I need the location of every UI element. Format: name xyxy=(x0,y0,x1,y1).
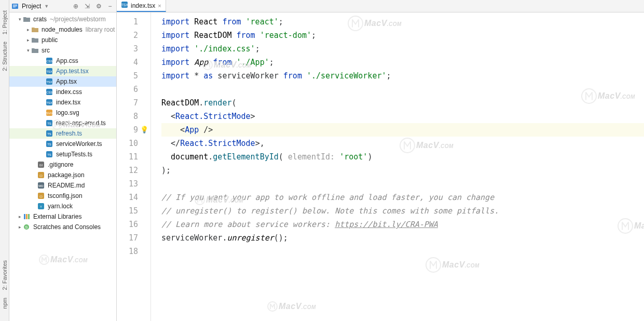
tree-row-index-css[interactable]: CSSindex.css xyxy=(9,87,116,97)
chevron-right-icon[interactable]: ▸ xyxy=(17,214,23,219)
code-line[interactable]: import './index.css'; xyxy=(161,42,644,56)
tree-row-setuptests-ts[interactable]: TSsetupTests.ts xyxy=(9,149,116,159)
folder-icon xyxy=(31,47,39,54)
tree-row-refresh-ts[interactable]: TSrefresh.ts xyxy=(9,128,116,139)
tab-label: index.tsx xyxy=(131,2,155,9)
code-line[interactable]: // unregister() to register() below. Not… xyxy=(161,204,644,218)
chevron-down-icon[interactable]: ▼ xyxy=(44,4,49,9)
tree-label: logo.svg xyxy=(56,109,79,116)
intention-bulb-icon[interactable]: 💡 xyxy=(140,123,148,137)
tree-label: setupTests.ts xyxy=(56,151,92,158)
code-line[interactable]: document.getElementById( elementId: 'roo… xyxy=(161,150,644,164)
tree-row-external-libraries[interactable]: ▸External Libraries xyxy=(9,211,116,222)
tree-label: node_modules xyxy=(42,26,83,33)
chevron-right-icon[interactable]: ▸ xyxy=(17,224,23,230)
tree-label: App.test.tsx xyxy=(56,68,89,75)
tree-row-public[interactable]: ▸public xyxy=(9,35,116,45)
code-line[interactable]: </React.StrictMode>, xyxy=(161,137,644,150)
css-icon: CSS xyxy=(46,88,54,96)
tree-label: README.md xyxy=(48,182,85,189)
svg-text:TS: TS xyxy=(47,143,51,146)
code-line[interactable] xyxy=(161,245,644,258)
code-line[interactable]: // Learn more about service workers: htt… xyxy=(161,218,644,231)
code-area[interactable]: 123456789💡101112131415161718 import Reac… xyxy=(117,12,644,321)
project-tree[interactable]: ▾crats~/projects/webstorm▸node_modulesli… xyxy=(9,12,116,321)
svg-rect-35 xyxy=(26,214,28,219)
tree-row-scratches-and-consoles[interactable]: ▸SScratches and Consoles xyxy=(9,222,116,232)
ext-lib-icon xyxy=(23,213,31,220)
gutter-line: 5 xyxy=(117,69,150,83)
code-line[interactable]: <App /> xyxy=(161,123,644,137)
chevron-right-icon[interactable]: ▸ xyxy=(25,37,31,43)
settings-button[interactable]: ⚙ xyxy=(94,2,103,10)
tree-label: react-app-env.d.ts xyxy=(56,119,106,127)
tree-row-node-modules[interactable]: ▸node_moduleslibrary root xyxy=(9,24,116,35)
tree-row-app-tsx[interactable]: TSXApp.tsx xyxy=(9,76,116,87)
code-line[interactable] xyxy=(161,177,644,191)
code-line[interactable]: serviceWorker.unregister(); xyxy=(161,231,644,245)
svg-text:TSX: TSX xyxy=(46,70,52,73)
svg-text:{ }: { } xyxy=(39,174,43,177)
tree-row-crats[interactable]: ▾crats~/projects/webstorm xyxy=(9,14,116,24)
yarn-icon: Y xyxy=(37,203,46,210)
code-line[interactable]: <React.StrictMode> xyxy=(161,110,644,123)
tree-label: refresh.ts xyxy=(56,130,82,137)
svg-text:TSX: TSX xyxy=(121,3,128,7)
sidebar-header: Project ▼ ⊕ ⇲ ⚙ − xyxy=(9,0,116,12)
code-line[interactable]: import App from './App'; xyxy=(161,56,644,69)
tsx-icon: TSX xyxy=(46,78,54,85)
folder-icon xyxy=(31,36,39,44)
tree-row-src[interactable]: ▾src xyxy=(9,45,116,56)
tree-label: yarn.lock xyxy=(48,203,73,210)
select-opened-button[interactable]: ⊕ xyxy=(72,2,80,10)
code-line[interactable] xyxy=(161,83,644,96)
ts-icon: TS xyxy=(46,140,54,148)
tree-row-serviceworker-ts[interactable]: TSserviceWorker.ts xyxy=(9,139,116,149)
chevron-right-icon[interactable]: ▸ xyxy=(25,27,31,32)
svg-rect-1 xyxy=(13,5,17,5)
tree-row-app-css[interactable]: CSSApp.css xyxy=(9,56,116,66)
tree-row-index-tsx[interactable]: TSXindex.tsx xyxy=(9,97,116,108)
css-icon: CSS xyxy=(46,57,54,64)
tree-row-package-json[interactable]: { }package.json xyxy=(9,170,116,180)
code-line[interactable]: import ReactDOM from 'react-dom'; xyxy=(161,29,644,42)
tree-label: index.css xyxy=(56,88,82,96)
chevron-down-icon[interactable]: ▾ xyxy=(17,17,23,22)
tool-npm[interactable]: npm xyxy=(2,298,8,309)
tool-structure[interactable]: 2: Structure xyxy=(2,42,8,71)
tree-label: public xyxy=(42,36,58,44)
code-line[interactable]: ); xyxy=(161,164,644,177)
chevron-down-icon[interactable]: ▾ xyxy=(25,48,31,53)
tab-index-tsx[interactable]: TSX index.tsx × xyxy=(117,0,166,12)
code-line[interactable]: ReactDOM.render( xyxy=(161,96,644,110)
gutter-line: 7 xyxy=(117,96,150,110)
project-sidebar: Project ▼ ⊕ ⇲ ⚙ − ▾crats~/projects/webst… xyxy=(9,0,117,321)
code-line[interactable]: import * as serviceWorker from './servic… xyxy=(161,69,644,83)
svg-icon: SVG xyxy=(46,109,54,116)
tree-label: tsconfig.json xyxy=(48,192,83,199)
tree-row-tsconfig-json[interactable]: { }tsconfig.json xyxy=(9,191,116,201)
hide-button[interactable]: − xyxy=(106,2,114,10)
tool-favorites[interactable]: 2: Favorites xyxy=(2,260,8,290)
tree-row-readme-md[interactable]: MDREADME.md xyxy=(9,180,116,191)
gutter-line: 15 xyxy=(117,204,150,218)
tree-row-logo-svg[interactable]: SVGlogo.svg xyxy=(9,108,116,118)
tree-row-yarn-lock[interactable]: Yyarn.lock xyxy=(9,201,116,211)
code-content[interactable]: import React from 'react';import ReactDO… xyxy=(151,12,644,321)
gutter-line: 13 xyxy=(117,177,150,191)
svg-rect-2 xyxy=(13,6,17,6)
code-line[interactable]: import React from 'react'; xyxy=(161,15,644,29)
svg-text:TSX: TSX xyxy=(46,81,52,84)
expand-all-button[interactable]: ⇲ xyxy=(83,2,91,10)
code-line[interactable]: // If you want your app to work offline … xyxy=(161,191,644,204)
gutter-line: 3 xyxy=(117,42,150,56)
tree-row--gitignore[interactable]: GI.gitignore xyxy=(9,159,116,170)
tree-row-app-test-tsx[interactable]: TSXApp.test.tsx xyxy=(9,66,116,76)
tab-bar: TSX index.tsx × xyxy=(117,0,644,12)
svg-text:TSX: TSX xyxy=(46,101,52,104)
tool-project[interactable]: 1: Project xyxy=(2,10,8,34)
tree-row-react-app-env-d-ts[interactable]: TSreact-app-env.d.ts xyxy=(9,118,116,128)
svg-text:TS: TS xyxy=(47,132,51,136)
svg-text:CSS: CSS xyxy=(46,60,52,63)
close-icon[interactable]: × xyxy=(158,3,161,9)
